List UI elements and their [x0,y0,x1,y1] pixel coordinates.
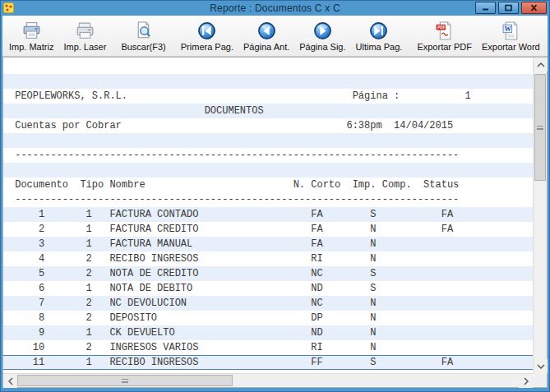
pdf-file-icon: PDF [434,21,455,41]
laser-printer-icon [75,21,95,41]
report-line [3,59,533,74]
previous-page-icon [257,21,277,41]
horizontal-scroll-thumb[interactable] [17,375,233,386]
report-line[interactable]: 6 1 NOTA DE DEBITO ND S [3,281,533,296]
thumb-grip [537,126,543,130]
primera-pag-label: Primera Pag. [181,42,233,52]
report-line: Cuentas por Cobrar 6:38pm 14/04/2015 [3,118,533,133]
chevron-up-icon [537,62,545,67]
first-page-icon [196,21,217,41]
ultima-pag-label: Ultima Pag. [356,42,403,52]
search-document-icon [133,21,154,41]
report-line[interactable]: 10 2 INGRESOS VARIOS RI N [3,340,533,355]
window-title: Reporte : Documentos C x C [2,2,548,14]
imp-laser-button[interactable]: Imp. Laser [58,16,111,55]
exportar-word-button[interactable]: W Exportar Word [477,16,545,55]
scroll-down-button[interactable] [534,359,548,373]
imp-matriz-label: Imp. Matriz [9,42,53,52]
maximize-button[interactable] [498,2,519,14]
report-line[interactable]: 1 1 FACTURA CONTADO FA S FA [3,207,533,222]
primera-pag-button[interactable]: Primera Pag. [176,16,238,55]
vertical-scroll-thumb[interactable] [534,74,546,181]
svg-text:PDF: PDF [437,25,446,30]
scroll-up-button[interactable] [534,58,548,71]
exportar-pdf-label: Exportar PDF [417,42,472,52]
chevron-down-icon [537,364,545,369]
maximize-icon [504,4,513,12]
imp-matriz-button[interactable]: Imp. Matriz [4,16,58,55]
report-line[interactable]: 5 2 NOTA DE CREDITO NC S [3,266,533,281]
buscar-label: Buscar(F3) [121,42,165,52]
report-line[interactable]: 4 2 RECIBO INGRESOS RI N [3,251,533,266]
vertical-scrollbar[interactable] [533,58,547,373]
report-viewport: PEOPLEWORKS, S.R.L. Página : 1 DOCUMENTO… [3,58,533,373]
report-line[interactable]: 7 2 NC DEVOLUCION NC N [3,296,533,311]
imp-laser-label: Imp. Laser [63,42,106,52]
scroll-right-button[interactable] [519,374,533,388]
report-pane: PEOPLEWORKS, S.R.L. Página : 1 DOCUMENTO… [2,57,548,388]
report-line: ----------------------------------------… [3,192,533,207]
report-line: DOCUMENTOS [3,104,533,118]
report-line [3,133,533,148]
svg-text:W: W [504,25,511,33]
chevron-left-icon [8,377,13,385]
pagina-ant-button[interactable]: Página Ant. [238,16,294,55]
enviar-correo-button[interactable]: Enviar Correo [545,16,550,55]
report-line[interactable]: 9 1 CK DEVUELTO ND N [3,325,533,340]
last-page-icon [368,21,389,41]
report-line [3,163,533,178]
report-line: Documento Tipo Nombre N. Corto Imp. Comp… [3,178,533,192]
report-line[interactable]: 2 1 FACTURA CREDITO FA N FA [3,222,533,237]
chevron-right-icon [524,377,529,385]
report-line-selected[interactable]: 11 1 RECIBO INGRESOS FF S FA [3,355,533,370]
scroll-left-button[interactable] [3,374,17,388]
ultima-pag-button[interactable]: Ultima Pag. [351,16,408,55]
window-controls [475,2,548,14]
thumb-grip [122,379,128,383]
scrollbar-corner [533,373,547,387]
close-button[interactable] [521,2,547,14]
matrix-printer-icon [21,21,42,41]
report-line: ----------------------------------------… [3,148,533,163]
minimize-button[interactable] [475,2,496,14]
pagina-ant-label: Página Ant. [243,42,289,52]
report-line[interactable]: 3 1 FACTURA MANUAL FA N [3,237,533,251]
minimize-icon [481,4,490,12]
app-icon [3,2,14,13]
titlebar[interactable]: Reporte : Documentos C x C [2,0,548,16]
toolbar: Imp. Matriz Imp. Laser [2,16,548,57]
exportar-word-label: Exportar Word [482,42,540,52]
buscar-button[interactable]: Buscar(F3) [116,16,170,55]
close-icon [529,4,538,12]
report-line: PEOPLEWORKS, S.R.L. Página : 1 [3,89,533,104]
exportar-pdf-button[interactable]: PDF Exportar PDF [412,16,477,55]
pagina-sig-label: Página Sig. [299,42,345,52]
pagina-sig-button[interactable]: Página Sig. [294,16,350,55]
report-line[interactable]: 8 2 DEPOSITO DP N [3,311,533,325]
next-page-icon [312,21,333,41]
report-window: Reporte : Documentos C x C [0,0,550,392]
report-line [3,74,533,89]
horizontal-scrollbar[interactable] [3,373,533,387]
word-file-icon: W [501,21,521,41]
